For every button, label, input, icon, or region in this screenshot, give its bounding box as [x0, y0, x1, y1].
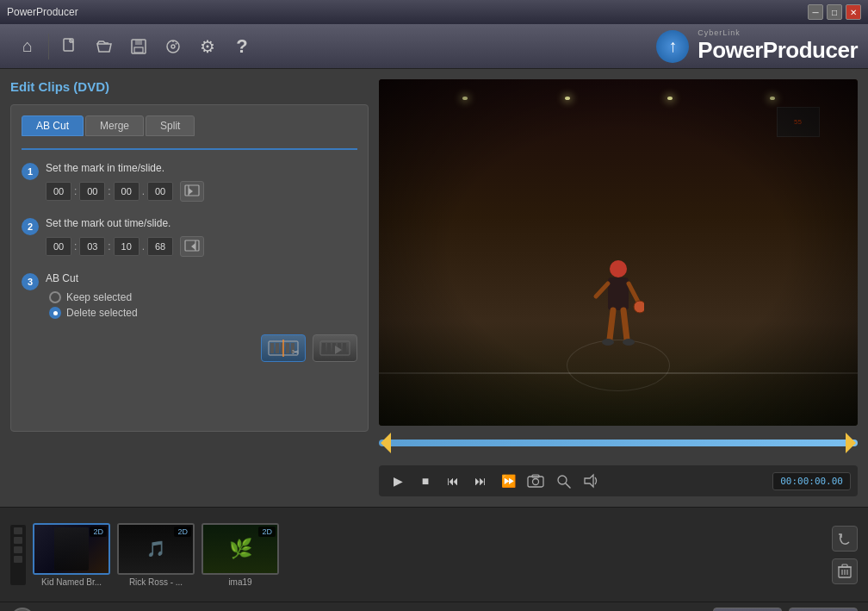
maximize-button[interactable]: □	[827, 4, 842, 20]
step-3-content: AB Cut Keep selected Delete selected	[46, 272, 357, 319]
statusbar: 547MB/4700MB OK Cancel	[0, 602, 868, 611]
clip-2-name: Rick Ross - ...	[129, 577, 183, 587]
timeline-marker-right[interactable]	[846, 433, 856, 453]
minimize-button[interactable]: ─	[808, 4, 823, 20]
svg-rect-48	[842, 564, 847, 567]
clip-2-badge: 2D	[174, 527, 191, 537]
strip-actions	[832, 526, 858, 584]
timeline-marker-left[interactable]	[381, 433, 391, 453]
svg-point-41	[533, 479, 539, 485]
svg-point-31	[610, 260, 627, 277]
open-button[interactable]	[87, 29, 121, 64]
clip-thumbnail-2[interactable]: 🎵 2D	[117, 523, 195, 575]
titlebar: PowerProducer ─ □ ✕	[0, 0, 868, 24]
statusbar-buttons: OK Cancel	[713, 608, 858, 612]
disc-icon	[10, 608, 34, 612]
clip-1-name: Kid Named Br...	[41, 577, 102, 587]
step-1-label: Set the mark in time/slide.	[46, 162, 357, 174]
tab-bar: AB Cut Merge Split	[22, 115, 357, 136]
mark-in-minutes[interactable]	[79, 182, 105, 201]
mark-out-minutes[interactable]	[79, 237, 105, 256]
timeline[interactable]	[379, 433, 858, 458]
svg-marker-15	[191, 243, 195, 250]
clip-item-2[interactable]: 🎵 2D Rick Ross - ...	[117, 523, 195, 587]
step-3: 3 AB Cut Keep selected Delete selected	[22, 272, 357, 319]
tab-merge[interactable]: Merge	[85, 115, 144, 136]
brand-name: PowerProducer	[698, 37, 858, 64]
clips-area: 2D Kid Named Br... 🎵 2D Rick Ross - ... …	[33, 523, 818, 587]
svg-point-39	[623, 339, 635, 346]
step-3-num: 3	[22, 273, 39, 290]
svg-marker-12	[189, 188, 193, 195]
ok-button[interactable]: OK	[713, 608, 782, 612]
keep-selected-option[interactable]: Keep selected	[49, 291, 357, 303]
clip-item-3[interactable]: 🌿 2D ima19	[202, 523, 279, 587]
delete-selected-label: Delete selected	[66, 307, 138, 319]
tab-split[interactable]: Split	[146, 115, 195, 136]
svg-rect-17	[270, 343, 274, 353]
home-button[interactable]: ⌂	[10, 29, 45, 64]
brand: ↑ CyberLink PowerProducer	[656, 28, 858, 64]
keep-selected-radio[interactable]	[49, 291, 61, 303]
snapshot-button[interactable]	[524, 469, 548, 493]
step-3-label: AB Cut	[46, 272, 357, 284]
step-1-content: Set the mark in time/slide. : : .	[46, 162, 357, 202]
clip-thumbnail-1[interactable]: 2D	[33, 523, 110, 575]
cut-apply-button[interactable]: ✂	[261, 334, 306, 362]
brand-logo: ↑	[656, 30, 689, 63]
svg-rect-4	[135, 40, 142, 45]
step-1: 1 Set the mark in time/slide. : : .	[22, 162, 357, 202]
video-container: 55	[379, 79, 858, 426]
clip-item-1[interactable]: 2D Kid Named Br...	[33, 523, 110, 587]
tab-underline	[22, 148, 357, 150]
audio-button[interactable]	[579, 469, 603, 493]
mark-in-button[interactable]	[180, 181, 204, 202]
mark-in-seconds[interactable]	[114, 182, 140, 201]
play-button[interactable]: ▶	[386, 469, 410, 493]
mark-out-hours[interactable]	[46, 237, 71, 256]
light-4	[770, 97, 775, 100]
burn-button[interactable]	[156, 29, 190, 64]
new-button[interactable]	[53, 29, 87, 64]
step-2-time-inputs: : : .	[46, 236, 357, 257]
svg-marker-45	[585, 475, 593, 487]
help-button[interactable]: ?	[225, 29, 259, 64]
light-3	[667, 97, 673, 100]
mark-in-hours[interactable]	[46, 182, 71, 201]
svg-text:✂: ✂	[292, 347, 299, 357]
scene-lights	[379, 97, 858, 100]
clip-3-name: ima19	[228, 577, 251, 587]
svg-rect-26	[327, 343, 331, 353]
next-button[interactable]: ⏭	[468, 469, 493, 493]
timeline-progress	[379, 440, 858, 446]
stop-button[interactable]: ■	[413, 469, 437, 493]
svg-line-33	[596, 284, 608, 296]
prev-button[interactable]: ⏮	[441, 469, 465, 493]
clip-thumbnail-3[interactable]: 🌿 2D	[202, 523, 279, 575]
svg-rect-40	[528, 477, 543, 487]
fastfwd-button[interactable]: ⏩	[496, 469, 520, 493]
main-content: Edit Clips (DVD) AB Cut Merge Split 1 Se…	[0, 69, 868, 507]
panel-title: Edit Clips (DVD)	[10, 79, 369, 94]
svg-line-44	[566, 483, 570, 488]
svg-rect-32	[608, 277, 629, 310]
mark-out-seconds[interactable]	[114, 237, 140, 256]
undo-button[interactable]	[832, 526, 858, 552]
svg-rect-20	[286, 343, 289, 353]
cancel-button[interactable]: Cancel	[789, 608, 858, 612]
save-button[interactable]	[121, 29, 156, 64]
mark-in-frames[interactable]	[147, 182, 173, 201]
tab-ab-cut[interactable]: AB Cut	[22, 115, 84, 136]
toolbar: ⌂ ⚙ ? ↑ CyberLink PowerProducer	[0, 24, 868, 69]
delete-selected-option[interactable]: Delete selected	[49, 307, 357, 319]
delete-button[interactable]	[832, 558, 858, 584]
timeline-bar[interactable]	[379, 440, 858, 446]
delete-selected-radio[interactable]	[49, 307, 61, 319]
mark-out-button[interactable]	[180, 236, 204, 257]
close-button[interactable]: ✕	[846, 4, 861, 20]
mark-out-frames[interactable]	[147, 237, 173, 256]
zoom-button[interactable]	[551, 469, 575, 493]
svg-rect-13	[185, 240, 199, 251]
settings-button[interactable]: ⚙	[190, 29, 225, 64]
cut-preview-button[interactable]	[313, 334, 357, 362]
